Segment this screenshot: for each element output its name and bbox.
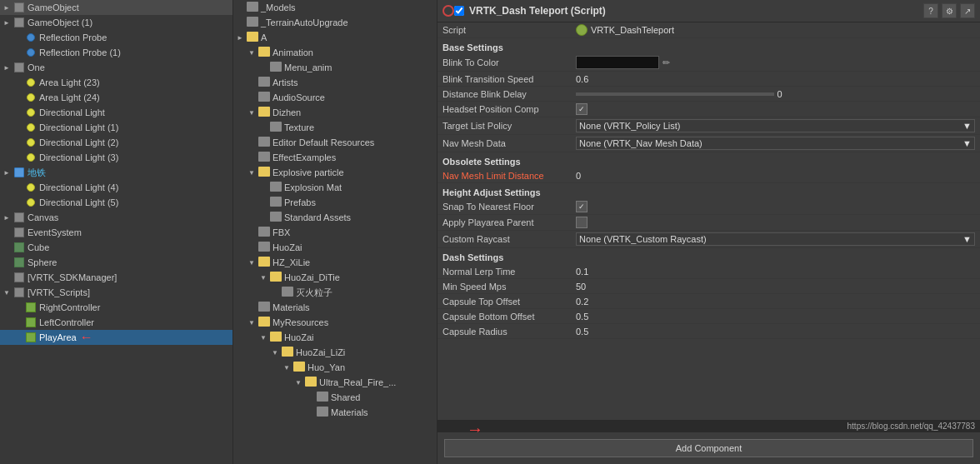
arrow-canvas[interactable] bbox=[3, 214, 13, 222]
field-label-blink-transition-speed: Blink Transition Speed bbox=[442, 74, 576, 84]
project-item-audiosource[interactable]: AudioSource bbox=[233, 90, 437, 105]
project-label-artists: Artists bbox=[272, 77, 298, 87]
icon-dizhen_obj bbox=[13, 167, 25, 178]
hierarchy-item-dirlight5[interactable]: Directional Light (5) bbox=[0, 195, 232, 210]
label-vrtk_scripts: [VRTK_Scripts] bbox=[28, 287, 90, 297]
project-item-animation[interactable]: Animation bbox=[233, 45, 437, 60]
project-arrow-ultra_fire[interactable] bbox=[295, 379, 305, 387]
hierarchy-item-gameobj1[interactable]: GameObject (1) bbox=[0, 15, 232, 30]
project-item-editor_default[interactable]: Editor Default Resources bbox=[233, 135, 437, 150]
hierarchy-item-dizhen_obj[interactable]: 地铁 bbox=[0, 165, 232, 180]
arrow-one[interactable] bbox=[3, 64, 13, 72]
project-item-huo_yan[interactable]: Huo_Yan bbox=[233, 360, 437, 375]
add-component-button[interactable]: Add Component bbox=[444, 439, 973, 457]
hierarchy-item-arealight24[interactable]: Area Light (24) bbox=[0, 90, 232, 105]
component-toggle[interactable] bbox=[442, 5, 454, 17]
project-item-explosive[interactable]: Explosive particle bbox=[233, 165, 437, 180]
hierarchy-item-cube[interactable]: Cube bbox=[0, 240, 232, 255]
project-item-prefabs[interactable]: Prefabs bbox=[233, 195, 437, 210]
expand-icon[interactable]: ↗ bbox=[960, 3, 975, 18]
label-gameobj0: GameObject bbox=[28, 2, 79, 12]
settings-icon[interactable]: ⚙ bbox=[942, 3, 957, 18]
hierarchy-item-arealight23[interactable]: Area Light (23) bbox=[0, 75, 232, 90]
component-header-bar: VRTK_Dash Teleport (Script) ? ⚙ ↗ bbox=[438, 0, 980, 22]
project-arrow-animation[interactable] bbox=[248, 49, 258, 57]
hierarchy-item-canvas[interactable]: Canvas bbox=[0, 210, 232, 225]
icon-arealight24 bbox=[25, 92, 37, 103]
project-item-texture[interactable]: Texture bbox=[233, 120, 437, 135]
arrow-gameobj0[interactable] bbox=[3, 4, 13, 12]
edit-color-icon[interactable]: ✏ bbox=[662, 57, 670, 68]
project-item-hz_xilie[interactable]: HZ_XiLie bbox=[233, 255, 437, 270]
color-picker[interactable] bbox=[576, 56, 659, 69]
hierarchy-item-dirlight1[interactable]: Directional Light (1) bbox=[0, 120, 232, 135]
project-item-fbx[interactable]: FBX bbox=[233, 225, 437, 240]
project-label-shared: Shared bbox=[331, 392, 360, 402]
project-arrow-explosive[interactable] bbox=[248, 169, 258, 177]
project-item-effectexamples[interactable]: EffectExamples bbox=[233, 150, 437, 165]
hierarchy-item-sphere[interactable]: Sphere bbox=[0, 255, 232, 270]
project-arrow-hz_xilie[interactable] bbox=[248, 259, 258, 267]
slider-track[interactable] bbox=[576, 92, 774, 96]
project-item-a_folder[interactable]: A bbox=[233, 30, 437, 45]
project-item-ultra_fire[interactable]: Ultra_Real_Fire_... bbox=[233, 375, 437, 390]
hierarchy-item-vrtk_scripts[interactable]: [VRTK_Scripts] bbox=[0, 285, 232, 300]
project-arrow-huozai2[interactable] bbox=[260, 334, 270, 342]
arrow-gameobj1[interactable] bbox=[3, 19, 13, 27]
project-arrow-huo_yan[interactable] bbox=[283, 364, 293, 372]
folder-icon-models bbox=[247, 2, 261, 13]
dropdown-field[interactable]: None (VRTK_Policy List)▼ bbox=[576, 119, 975, 132]
checkbox-field[interactable] bbox=[576, 217, 588, 228]
hierarchy-item-vrtk_sdk[interactable]: [VRTK_SDKManager] bbox=[0, 270, 232, 285]
project-item-myresources[interactable]: MyResources bbox=[233, 315, 437, 330]
project-item-shared[interactable]: Shared bbox=[233, 390, 437, 405]
arrow-vrtk_scripts[interactable] bbox=[3, 289, 13, 297]
icon-dirlight5 bbox=[25, 197, 37, 208]
project-item-materials[interactable]: Materials bbox=[233, 300, 437, 315]
hierarchy-item-playarea[interactable]: PlayArea← bbox=[0, 330, 232, 345]
label-rightctrl: RightController bbox=[39, 302, 100, 312]
project-item-models[interactable]: _Models bbox=[233, 0, 437, 15]
project-item-huozai_ditie[interactable]: HuoZai_DiTie bbox=[233, 270, 437, 285]
project-arrow-myresources[interactable] bbox=[248, 319, 258, 327]
project-item-explosion_mat[interactable]: Explosion Mat bbox=[233, 180, 437, 195]
hierarchy-item-dirlight3[interactable]: Directional Light (3) bbox=[0, 150, 232, 165]
project-item-huozai_lizi[interactable]: HuoZai_LiZi bbox=[233, 345, 437, 360]
project-arrow-huozai_lizi[interactable] bbox=[272, 349, 282, 357]
field-row-nav-mesh-data: Nav Mesh DataNone (VRTK_Nav Mesh Data)▼ bbox=[438, 135, 980, 152]
project-item-menu_anim[interactable]: Menu_anim bbox=[233, 60, 437, 75]
folder-icon-audiosource bbox=[258, 92, 272, 103]
hierarchy-item-refl0[interactable]: Reflection Probe bbox=[0, 30, 232, 45]
hierarchy-item-gameobj0[interactable]: GameObject bbox=[0, 0, 232, 15]
project-item-standard_assets[interactable]: Standard Assets bbox=[233, 210, 437, 225]
hierarchy-item-dirlight2[interactable]: Directional Light (2) bbox=[0, 135, 232, 150]
hierarchy-item-dirlight0[interactable]: Directional Light bbox=[0, 105, 232, 120]
icon-gameobj1 bbox=[13, 17, 25, 28]
hierarchy-item-leftctrl[interactable]: LeftController bbox=[0, 315, 232, 330]
project-arrow-a_folder[interactable] bbox=[237, 34, 247, 42]
project-item-artists[interactable]: Artists bbox=[233, 75, 437, 90]
hierarchy-item-refl1[interactable]: Reflection Probe (1) bbox=[0, 45, 232, 60]
project-item-dizhen[interactable]: Dizhen bbox=[233, 105, 437, 120]
hierarchy-item-rightctrl[interactable]: RightController bbox=[0, 300, 232, 315]
project-item-materials2[interactable]: Materials bbox=[233, 405, 437, 420]
project-item-huozai[interactable]: HuoZai bbox=[233, 240, 437, 255]
checkbox-field[interactable]: ✓ bbox=[576, 201, 588, 212]
project-arrow-dizhen[interactable] bbox=[248, 109, 258, 117]
help-icon[interactable]: ? bbox=[923, 3, 938, 18]
hierarchy-item-eventsystem[interactable]: EventSystem bbox=[0, 225, 232, 240]
field-label-min-speed-mps: Min Speed Mps bbox=[442, 282, 576, 292]
checkbox-field[interactable]: ✓ bbox=[576, 103, 588, 115]
project-item-terrain[interactable]: _TerrainAutoUpgrade bbox=[233, 15, 437, 30]
project-label-a_folder: A bbox=[261, 32, 267, 42]
field-row-normal-lerp-time: Normal Lerp Time0.1 bbox=[438, 264, 980, 279]
project-arrow-huozai_ditie[interactable] bbox=[260, 274, 270, 282]
hierarchy-item-dirlight4[interactable]: Directional Light (4) bbox=[0, 180, 232, 195]
component-enabled-checkbox[interactable] bbox=[454, 6, 464, 16]
project-item-huohuo_lizi[interactable]: 灭火粒子 bbox=[233, 285, 437, 300]
dropdown-field[interactable]: None (VRTK_Nav Mesh Data)▼ bbox=[576, 137, 975, 150]
dropdown-field[interactable]: None (VRTK_Custom Raycast)▼ bbox=[576, 232, 975, 246]
hierarchy-item-one[interactable]: One bbox=[0, 60, 232, 75]
arrow-dizhen_obj[interactable] bbox=[3, 169, 13, 177]
project-item-huozai2[interactable]: HuoZai bbox=[233, 330, 437, 345]
